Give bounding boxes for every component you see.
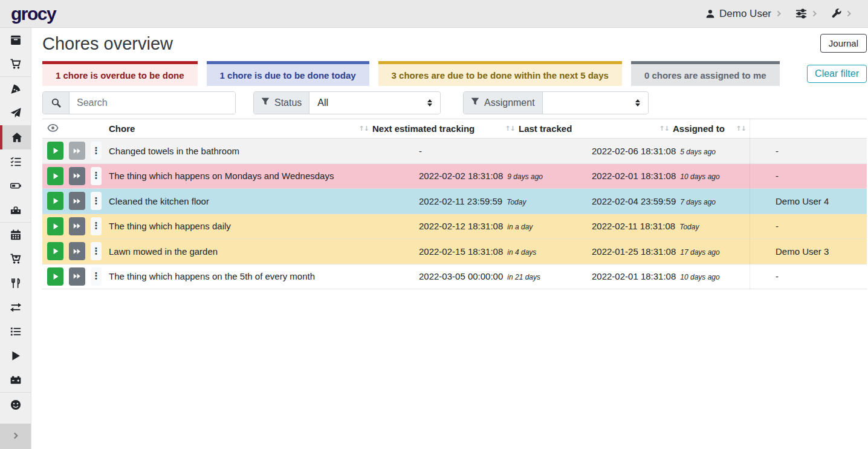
list-icon — [10, 326, 21, 337]
filter-icon — [261, 97, 270, 108]
settings-menu[interactable] — [795, 8, 818, 19]
assigned-to-value: - — [776, 221, 867, 231]
sidebar-item-calendar[interactable] — [0, 223, 31, 247]
due-today-chores-card[interactable]: 1 chore is due to be done today — [207, 61, 369, 86]
sidebar-item-batteries[interactable] — [0, 174, 31, 198]
due-soon-chores-card[interactable]: 3 chores are due to be done within the n… — [378, 61, 622, 86]
skip-chore-button[interactable] — [69, 267, 85, 286]
chore-name[interactable]: Changed towels in the bathroom — [109, 146, 419, 156]
sidebar-item-chore-tracking[interactable] — [0, 344, 31, 368]
sidebar-item-chores-overview[interactable] — [0, 125, 31, 149]
user-menu[interactable]: Demo User — [705, 8, 782, 20]
chore-name[interactable]: Lawn mowed in the garden — [109, 246, 419, 257]
cart-plus-icon — [10, 254, 21, 264]
sidebar-item-feedback[interactable] — [0, 393, 31, 417]
grocy-logo[interactable]: grocy — [11, 5, 56, 23]
column-header-chore[interactable]: Chore ↑↓ — [109, 123, 372, 134]
search-icon — [43, 92, 70, 114]
assignment-filter-label: Assignment — [484, 97, 535, 108]
table-row: ⋮ The thing which happens daily 2022-02-… — [42, 214, 867, 240]
assignment-select[interactable] — [543, 92, 648, 114]
track-chore-button[interactable] — [47, 217, 63, 235]
last-tracked-relative: 10 days ago — [680, 273, 719, 281]
last-tracked-value: 2022-01-25 18:31:08 — [592, 246, 676, 257]
track-chore-button[interactable] — [47, 267, 63, 286]
skip-chore-button[interactable] — [69, 192, 85, 210]
skip-chore-button — [69, 142, 85, 160]
sidebar-item-battery-tracking[interactable] — [0, 368, 31, 392]
search-input[interactable] — [70, 92, 235, 114]
next-tracking-relative: 9 days ago — [507, 172, 543, 181]
assigned-to-me-card[interactable]: 0 chores are assigned to me — [631, 61, 780, 86]
chevron-right-icon — [811, 10, 818, 17]
column-visibility-toggle[interactable] — [42, 123, 109, 134]
table-row: ⋮ Lawn mowed in the garden 2022-02-15 18… — [42, 239, 867, 264]
assigned-to-value: - — [776, 146, 867, 156]
last-tracked-relative: 10 days ago — [680, 172, 719, 181]
sidebar-item-consume[interactable] — [0, 271, 31, 295]
box-icon — [10, 34, 21, 45]
sidebar-item-recipes[interactable] — [0, 77, 31, 101]
chore-name[interactable]: The thing which happens daily — [109, 221, 419, 231]
column-header-last-tracked[interactable]: Last tracked ↑↓ — [519, 123, 673, 134]
table-row: ⋮ Changed towels in the bathroom - 2022-… — [42, 139, 867, 164]
column-header-assigned-to[interactable]: Assigned to ↑↓ — [673, 123, 750, 134]
sidebar-item-stock-overview[interactable] — [0, 28, 31, 52]
summary-cards-row: 1 chore is overdue to be done 1 chore is… — [42, 61, 867, 86]
track-chore-button[interactable] — [47, 167, 63, 185]
clear-filter-button[interactable]: Clear filter — [807, 65, 867, 83]
sidebar-item-purchase[interactable] — [0, 247, 31, 271]
chore-name[interactable]: Cleaned the kitchen floor — [109, 196, 419, 206]
table-row: ⋮ The thing which happens on Mondays and… — [42, 164, 867, 189]
next-tracking-relative: in 4 days — [507, 248, 536, 257]
chore-menu-button[interactable]: ⋮ — [91, 167, 102, 185]
chore-menu-button[interactable]: ⋮ — [91, 267, 102, 286]
track-chore-button[interactable] — [47, 242, 63, 260]
paper-plane-icon — [10, 108, 21, 119]
chore-menu-button[interactable]: ⋮ — [91, 192, 102, 210]
user-menu-label: Demo User — [719, 8, 771, 20]
skip-chore-button[interactable] — [69, 167, 85, 185]
sidebar-item-tasks[interactable] — [0, 149, 31, 174]
smiley-icon — [10, 399, 21, 410]
overdue-chores-card[interactable]: 1 chore is overdue to be done — [42, 61, 198, 86]
table-row: ⋮ The thing which happens on the 5th of … — [42, 264, 867, 290]
chore-name[interactable]: The thing which happens on the 5th of ev… — [109, 271, 419, 281]
assigned-to-value: Demo User 3 — [776, 246, 867, 257]
chore-menu-button[interactable]: ⋮ — [91, 217, 102, 235]
wrench-icon — [831, 8, 841, 19]
admin-menu[interactable] — [831, 8, 852, 19]
home-icon — [11, 132, 22, 143]
sidebar-expand-button[interactable] — [0, 424, 31, 449]
last-tracked-value: 2022-02-01 18:31:08 — [592, 271, 676, 281]
chore-menu-button[interactable]: ⋮ — [91, 142, 102, 160]
status-select[interactable]: All — [309, 92, 440, 114]
last-tracked-value: 2022-02-04 23:59:59 — [592, 196, 676, 206]
sidebar-item-meal-plan[interactable] — [0, 101, 31, 125]
sidebar — [0, 28, 31, 449]
journal-button[interactable]: Journal — [820, 34, 867, 53]
user-icon — [705, 9, 715, 19]
last-tracked-relative: 17 days ago — [680, 248, 719, 257]
assigned-to-value: - — [776, 271, 867, 281]
next-tracking-relative: Today — [507, 198, 526, 206]
last-tracked-relative: 7 days ago — [680, 198, 716, 206]
sidebar-item-inventory[interactable] — [0, 320, 31, 344]
main-content: Chores overview Journal 1 chore is overd… — [31, 28, 868, 289]
chore-menu-button[interactable]: ⋮ — [91, 242, 102, 260]
sort-icon: ↑↓ — [505, 125, 515, 133]
skip-chore-button[interactable] — [69, 217, 85, 235]
sidebar-item-transfer[interactable] — [0, 295, 31, 320]
track-chore-button[interactable] — [47, 192, 63, 210]
next-tracking-value: - — [419, 146, 422, 156]
shopping-cart-icon — [10, 59, 21, 70]
skip-chore-button[interactable] — [69, 242, 85, 260]
track-chore-button[interactable] — [47, 142, 63, 160]
sidebar-item-equipment[interactable] — [0, 198, 31, 222]
column-header-next-tracking[interactable]: Next estimated tracking ↑↓ — [372, 123, 519, 134]
car-battery-icon — [10, 375, 21, 385]
chore-name[interactable]: The thing which happens on Mondays and W… — [109, 171, 419, 181]
sidebar-item-shopping-list[interactable] — [0, 52, 31, 76]
last-tracked-relative: 5 days ago — [680, 148, 716, 156]
eye-icon — [47, 123, 59, 134]
